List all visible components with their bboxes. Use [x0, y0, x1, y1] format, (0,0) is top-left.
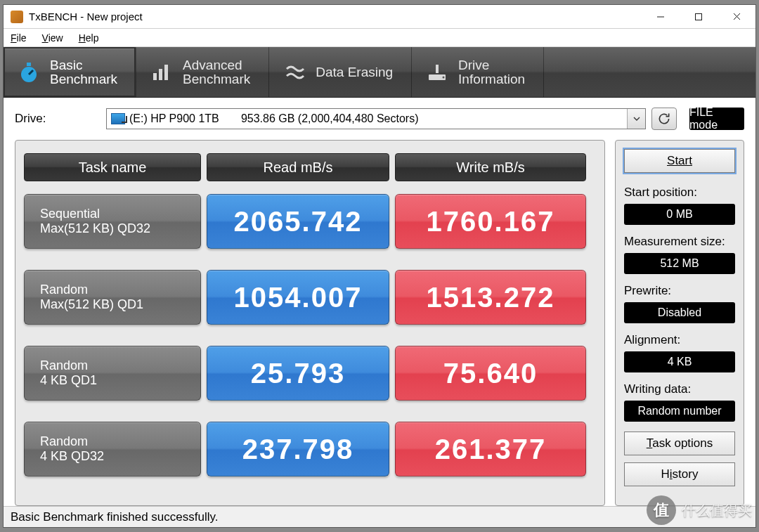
column-headers: Task name Read mB/s Write mB/s	[24, 153, 596, 181]
tab-label: Basic	[50, 58, 117, 72]
write-cell[interactable]: 1760.167	[395, 194, 586, 249]
task-line1: Random	[40, 434, 185, 449]
menu-help-label: elp	[86, 32, 99, 44]
tab-label: Drive	[458, 58, 525, 72]
alignment-value[interactable]: 4 KB	[624, 351, 735, 372]
chevron-down-icon	[627, 109, 645, 129]
svg-rect-8	[159, 69, 162, 80]
watermark: 值 什么值得买	[647, 495, 752, 525]
measurement-size-value[interactable]: 512 MB	[624, 253, 735, 274]
measurement-size-label: Measurement size:	[624, 235, 735, 249]
result-row: Random 4 KB QD1 25.793 75.640	[24, 346, 596, 401]
header-write: Write mB/s	[395, 153, 586, 181]
drive-value: (E:) HP P900 1TB 953.86 GB (2,000,404,48…	[129, 112, 418, 125]
menu-file-label: ile	[17, 32, 27, 44]
read-cell[interactable]: 2065.742	[207, 194, 389, 249]
writing-data-value[interactable]: Random number	[624, 401, 735, 422]
tab-label: Benchmark	[183, 72, 250, 86]
task-options-button[interactable]: Task options	[624, 432, 735, 455]
drive-row: Drive: (E:) HP P900 1TB 953.86 GB (2,000…	[15, 108, 744, 130]
read-cell[interactable]: 237.798	[207, 422, 389, 476]
stopwatch-icon	[16, 60, 41, 85]
write-cell[interactable]: 75.640	[395, 346, 586, 401]
task-line1: Random	[40, 358, 185, 373]
results-panel: Task name Read mB/s Write mB/s Sequentia…	[15, 140, 605, 506]
start-label-rest: tart	[675, 154, 692, 167]
write-cell[interactable]: 261.377	[395, 422, 586, 476]
start-position-value[interactable]: 0 MB	[624, 204, 735, 225]
tab-label: Benchmark	[50, 72, 117, 86]
writing-data-label: Writing data:	[624, 382, 735, 396]
task-cell[interactable]: Random 4 KB QD32	[24, 422, 201, 476]
history-button[interactable]: History	[624, 462, 735, 486]
menu-view[interactable]: View	[42, 32, 63, 44]
tab-basic-benchmark[interactable]: Basic Benchmark	[4, 47, 136, 97]
file-mode-button[interactable]: FILE mode	[689, 108, 744, 130]
task-line2: Max(512 KB) QD1	[40, 297, 185, 312]
prewrite-label: Prewrite:	[624, 284, 735, 298]
toolbar-tabs: Basic Benchmark Advanced Benchmark Data …	[4, 47, 755, 98]
header-read: Read mB/s	[207, 153, 389, 181]
menu-view-label: iew	[48, 32, 63, 44]
window-title: TxBENCH - New project	[29, 11, 143, 22]
start-position-label: Start position:	[624, 186, 735, 200]
menu-file[interactable]: File	[11, 32, 27, 44]
task-line1: Random	[40, 283, 185, 297]
content-area: Drive: (E:) HP P900 1TB 953.86 GB (2,000…	[4, 98, 755, 506]
status-text: Basic Benchmark finished successfully.	[11, 510, 218, 524]
alignment-label: Alignment:	[624, 333, 735, 347]
svg-rect-7	[153, 73, 157, 80]
menu-help[interactable]: Help	[79, 32, 99, 44]
result-row: Random 4 KB QD32 237.798 261.377	[24, 422, 596, 476]
close-button[interactable]	[718, 5, 755, 29]
task-cell[interactable]: Sequential Max(512 KB) QD32	[24, 194, 201, 249]
task-line2: 4 KB QD1	[40, 373, 185, 388]
watermark-badge: 值	[647, 495, 676, 525]
task-cell[interactable]: Random 4 KB QD1	[24, 346, 201, 401]
tab-drive-information[interactable]: Drive Information	[412, 47, 544, 97]
main-row: Task name Read mB/s Write mB/s Sequentia…	[15, 140, 744, 506]
result-row: Sequential Max(512 KB) QD32 2065.742 176…	[24, 194, 596, 249]
task-line1: Sequential	[40, 207, 185, 221]
write-cell[interactable]: 1513.272	[395, 270, 586, 325]
tab-label: Advanced	[183, 58, 250, 72]
tab-advanced-benchmark[interactable]: Advanced Benchmark	[136, 47, 269, 97]
svg-rect-9	[164, 65, 168, 80]
app-icon	[11, 11, 23, 23]
settings-panel: Start Start position: 0 MB Measurement s…	[615, 140, 744, 506]
header-task: Task name	[24, 153, 201, 181]
minimize-button[interactable]	[642, 5, 680, 29]
tab-label: Data Erasing	[316, 65, 393, 79]
task-line2: 4 KB QD32	[40, 449, 185, 464]
svg-point-11	[443, 76, 445, 78]
read-cell[interactable]: 1054.007	[207, 270, 389, 325]
tab-label: Information	[458, 72, 525, 86]
bar-chart-icon	[149, 60, 174, 85]
result-row: Random Max(512 KB) QD1 1054.007 1513.272	[24, 270, 596, 325]
drive-icon	[424, 60, 450, 85]
tab-data-erasing[interactable]: Data Erasing	[269, 47, 412, 97]
svg-rect-5	[27, 63, 31, 66]
title-bar: TxBENCH - New project	[4, 5, 755, 29]
svg-rect-1	[696, 13, 702, 20]
app-window: TxBENCH - New project File View Help Bas…	[3, 4, 756, 528]
status-bar: Basic Benchmark finished successfully.	[4, 506, 755, 527]
prewrite-value[interactable]: Disabled	[624, 302, 735, 323]
menu-bar: File View Help	[4, 29, 755, 47]
watermark-text: 什么值得买	[682, 501, 752, 520]
history-rest: story	[673, 467, 699, 481]
read-cell[interactable]: 25.793	[207, 346, 389, 401]
drive-select[interactable]: (E:) HP P900 1TB 953.86 GB (2,000,404,48…	[106, 108, 646, 129]
disk-icon	[111, 113, 125, 124]
svg-rect-12	[436, 65, 439, 73]
drive-label: Drive:	[15, 112, 106, 126]
erase-icon	[282, 60, 307, 85]
start-button[interactable]: Start	[624, 149, 735, 173]
task-cell[interactable]: Random Max(512 KB) QD1	[24, 270, 201, 325]
refresh-button[interactable]	[651, 108, 677, 130]
task-options-rest: ask options	[652, 436, 713, 450]
maximize-button[interactable]	[680, 5, 718, 29]
task-line2: Max(512 KB) QD32	[40, 221, 185, 236]
